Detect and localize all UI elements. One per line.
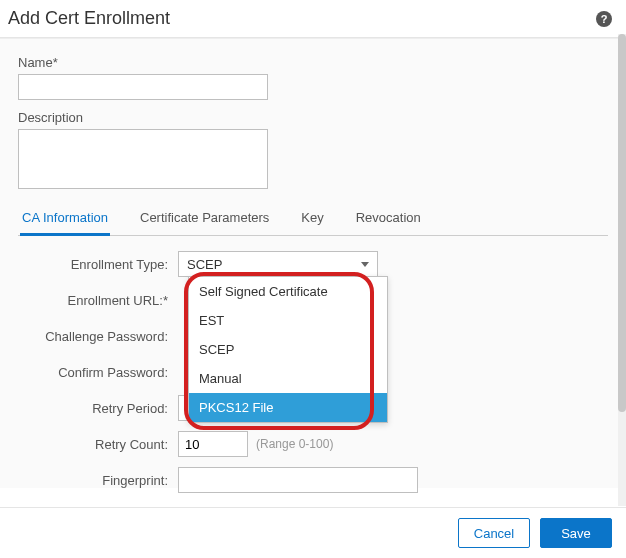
option-scep[interactable]: SCEP [189, 335, 387, 364]
description-field-block: Description [18, 110, 608, 192]
scrollbar-thumb[interactable] [618, 34, 626, 412]
retry-period-label: Retry Period: [18, 401, 178, 416]
row-retry-count: Retry Count: (Range 0-100) [18, 430, 608, 458]
save-button[interactable]: Save [540, 518, 612, 548]
tab-key[interactable]: Key [299, 202, 325, 236]
dialog-footer: Cancel Save [0, 507, 626, 558]
tab-ca-information[interactable]: CA Information [20, 202, 110, 236]
enrollment-type-dropdown: Self Signed Certificate EST SCEP Manual … [188, 276, 388, 423]
help-icon[interactable]: ? [596, 11, 612, 27]
challenge-password-label: Challenge Password: [18, 329, 178, 344]
name-input[interactable] [18, 74, 268, 100]
enrollment-type-label: Enrollment Type: [18, 257, 178, 272]
dialog-title: Add Cert Enrollment [8, 8, 170, 29]
retry-count-label: Retry Count: [18, 437, 178, 452]
tab-certificate-parameters[interactable]: Certificate Parameters [138, 202, 271, 236]
option-est[interactable]: EST [189, 306, 387, 335]
enrollment-url-label: Enrollment URL:* [18, 293, 178, 308]
retry-count-hint: (Range 0-100) [256, 437, 333, 451]
cancel-button[interactable]: Cancel [458, 518, 530, 548]
option-pkcs12[interactable]: PKCS12 File [189, 393, 387, 422]
row-fingerprint: Fingerprint: [18, 466, 608, 494]
name-field-block: Name* [18, 55, 608, 100]
enrollment-type-select[interactable]: SCEP [178, 251, 378, 277]
option-self-signed[interactable]: Self Signed Certificate [189, 277, 387, 306]
chevron-down-icon [361, 262, 369, 267]
fingerprint-input[interactable] [178, 467, 418, 493]
confirm-password-label: Confirm Password: [18, 365, 178, 380]
tab-revocation[interactable]: Revocation [354, 202, 423, 236]
option-manual[interactable]: Manual [189, 364, 387, 393]
enrollment-type-value: SCEP [187, 257, 222, 272]
tab-bar: CA Information Certificate Parameters Ke… [18, 202, 608, 236]
vertical-scrollbar[interactable] [618, 34, 626, 506]
description-label: Description [18, 110, 608, 125]
row-enrollment-type: Enrollment Type: SCEP [18, 250, 608, 278]
retry-count-input[interactable] [178, 431, 248, 457]
description-input[interactable] [18, 129, 268, 189]
dialog-header: Add Cert Enrollment ? [0, 0, 626, 38]
fingerprint-label: Fingerprint: [18, 473, 178, 488]
form-rows: Enrollment Type: SCEP Self Signed Certif… [18, 250, 608, 494]
dialog-body: Name* Description CA Information Certifi… [0, 38, 626, 488]
name-label: Name* [18, 55, 608, 70]
